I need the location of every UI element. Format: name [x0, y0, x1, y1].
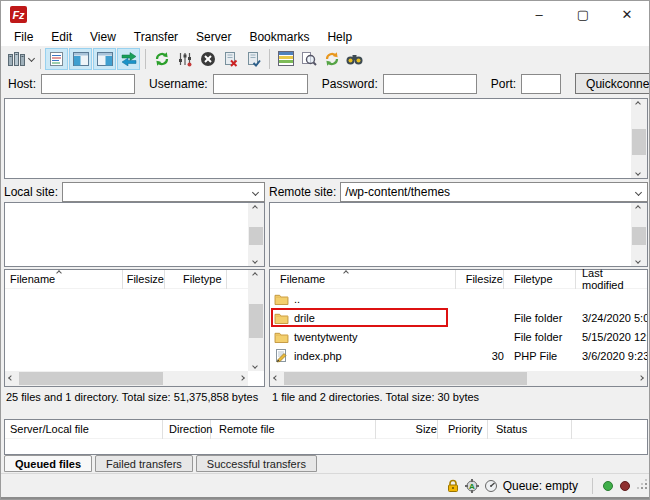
column-header-last-modified[interactable]: Last modified [576, 270, 647, 289]
column-header-filesize[interactable]: Filesize [123, 270, 165, 289]
remote-tree-pane[interactable] [269, 202, 648, 267]
column-header-status[interactable]: Status [488, 420, 572, 439]
file-size: 30 [456, 350, 504, 362]
column-header-size[interactable]: Size [376, 420, 438, 439]
disconnect-icon[interactable] [219, 48, 242, 70]
remote-site-combobox[interactable]: /wp-content/themes [340, 182, 648, 202]
maximize-button[interactable]: ▢ [561, 1, 605, 28]
toggle-remote-tree-icon[interactable] [93, 48, 116, 70]
scroll-down-icon[interactable] [252, 258, 258, 264]
menu-edit[interactable]: Edit [42, 28, 81, 46]
menu-server[interactable]: Server [187, 28, 240, 46]
file-type: File folder [504, 312, 576, 324]
refresh-icon[interactable] [150, 48, 173, 70]
toolbar-separator [145, 49, 146, 69]
scroll-right-icon[interactable] [239, 375, 245, 381]
file-type: File folder [504, 331, 576, 343]
column-header-filename[interactable]: Filename [5, 270, 123, 289]
chevron-down-icon[interactable] [252, 189, 259, 196]
toggle-local-tree-icon[interactable] [69, 48, 92, 70]
scroll-left-icon[interactable] [273, 375, 279, 381]
port-input[interactable] [521, 74, 561, 94]
toggle-message-log-icon[interactable] [45, 48, 68, 70]
scroll-up-icon[interactable] [252, 272, 258, 278]
lock-icon[interactable] [446, 479, 460, 493]
column-header-priority[interactable]: Priority [438, 420, 488, 439]
remote-file-list-pane[interactable]: Filename Filesize Filetype Last modified… [269, 269, 648, 387]
local-site-label: Local site: [4, 185, 58, 199]
message-log-scrollbar[interactable] [631, 99, 647, 178]
menu-file[interactable]: File [5, 28, 42, 46]
password-input[interactable] [383, 74, 477, 94]
column-header-filetype[interactable]: Filetype [165, 270, 227, 289]
synchronized-browsing-icon[interactable] [117, 48, 140, 70]
transfer-mode-gear-icon[interactable]: A [465, 479, 479, 493]
tab-failed-transfers[interactable]: Failed transfers [95, 455, 193, 472]
scrollbar-thumb[interactable] [19, 372, 163, 385]
tab-queued-files[interactable]: Queued files [4, 455, 92, 472]
tab-successful-transfers[interactable]: Successful transfers [196, 455, 317, 472]
menu-help[interactable]: Help [318, 28, 361, 46]
column-header-filesize[interactable]: Filesize [456, 270, 504, 289]
scrollbar-thumb[interactable] [249, 304, 263, 338]
remote-file-row[interactable]: twentytwenty File folder 5/15/2020 12: [270, 327, 647, 346]
filter-icon[interactable] [274, 48, 297, 70]
toolbar-separator [40, 49, 41, 69]
scroll-up-icon[interactable] [635, 205, 641, 211]
directory-comparison-icon[interactable] [320, 48, 343, 70]
reconnect-icon[interactable] [242, 48, 265, 70]
scrollbar-thumb[interactable] [632, 129, 646, 155]
site-manager-dropdown-icon[interactable] [28, 55, 35, 62]
scroll-down-icon[interactable] [635, 258, 641, 264]
column-header-server-local-file[interactable]: Server/Local file [5, 420, 163, 439]
scrollbar-thumb[interactable] [284, 372, 527, 385]
chevron-down-icon[interactable] [635, 189, 642, 196]
scroll-down-icon[interactable] [252, 363, 258, 369]
scroll-down-icon[interactable] [635, 170, 641, 176]
process-queue-icon[interactable] [173, 48, 196, 70]
transfer-queue-pane[interactable]: Server/Local file Direction Remote file … [4, 419, 648, 455]
filezilla-logo-icon: Fz [10, 6, 27, 23]
scroll-left-icon[interactable] [8, 375, 14, 381]
site-manager-icon[interactable] [6, 48, 36, 70]
quickconnect-bar: Host: Username: Password: Port: Quickcon… [1, 71, 649, 96]
remote-file-row-drile[interactable]: drile File folder 3/24/2020 5:0 [270, 308, 647, 327]
column-header-filename[interactable]: Filename [270, 270, 456, 289]
resize-grip[interactable] [637, 479, 648, 493]
toolbar [1, 46, 649, 71]
menu-bookmarks[interactable]: Bookmarks [240, 28, 318, 46]
svg-text:A: A [469, 482, 475, 491]
menu-view[interactable]: View [81, 28, 125, 46]
scroll-up-icon[interactable] [635, 101, 641, 107]
column-header-filetype[interactable]: Filetype [504, 270, 576, 289]
close-button[interactable]: ✕ [605, 1, 649, 28]
remote-tree-scrollbar[interactable] [631, 203, 647, 266]
file-search-icon[interactable] [297, 48, 320, 70]
local-tree-scrollbar[interactable] [248, 203, 264, 266]
menu-transfer[interactable]: Transfer [125, 28, 187, 46]
username-input[interactable] [213, 74, 308, 94]
find-files-icon[interactable] [343, 48, 366, 70]
minimize-button[interactable]: – [517, 1, 561, 28]
host-input[interactable] [41, 74, 135, 94]
remote-list-hscrollbar[interactable] [270, 371, 647, 386]
column-header-direction[interactable]: Direction [163, 420, 211, 439]
local-file-list-pane[interactable]: Filename Filesize Filetype [4, 269, 265, 387]
remote-list-status: 1 file and 2 directories. Total size: 30… [272, 389, 648, 405]
scrollbar-thumb[interactable] [249, 227, 263, 245]
local-list-hscrollbar[interactable] [5, 371, 248, 386]
quickconnect-button[interactable]: Quickconnect [575, 73, 650, 94]
column-header-remote-file[interactable]: Remote file [211, 420, 376, 439]
title-bar[interactable]: Fz – ▢ ✕ [1, 1, 649, 28]
file-type: PHP File [504, 350, 576, 362]
cancel-icon[interactable] [196, 48, 219, 70]
remote-file-row[interactable]: index.php 30 PHP File 3/6/2020 9:23 [270, 346, 647, 365]
scroll-right-icon[interactable] [638, 375, 644, 381]
local-list-vscrollbar[interactable] [248, 270, 264, 371]
remote-file-row[interactable]: .. [270, 289, 647, 308]
local-site-combobox[interactable] [62, 182, 265, 202]
scrollbar-thumb[interactable] [632, 227, 646, 245]
local-tree-pane[interactable] [4, 202, 265, 267]
speed-limits-gauge-icon[interactable] [484, 479, 498, 493]
scroll-up-icon[interactable] [252, 205, 258, 211]
